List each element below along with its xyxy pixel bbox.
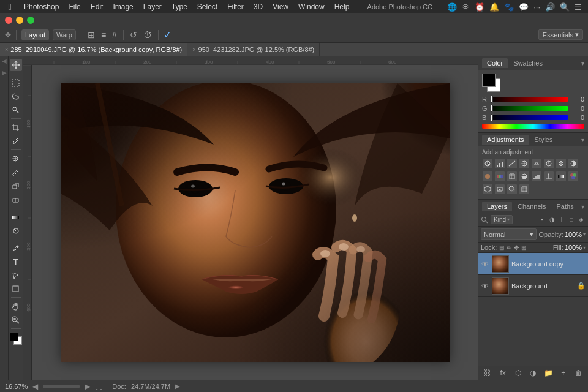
levels-adj[interactable]: [494, 158, 505, 169]
styles-tab[interactable]: Styles: [530, 135, 558, 145]
clock-icon[interactable]: ⏱: [142, 30, 153, 40]
foreground-color-swatch[interactable]: [10, 333, 18, 341]
menu-layer[interactable]: Layer: [139, 1, 166, 12]
zoom-prev-btn[interactable]: ◀: [32, 382, 38, 391]
close-button[interactable]: [5, 17, 12, 24]
posterize-adj[interactable]: [531, 171, 542, 182]
swatches-tab[interactable]: Swatches: [508, 58, 548, 68]
shape-tool[interactable]: [10, 282, 22, 295]
doc-tab-1[interactable]: × 285_2910049.JPG @ 16.7% (Background co…: [0, 43, 187, 56]
type-filter-icon[interactable]: T: [557, 216, 566, 224]
warp-button[interactable]: Warp: [53, 29, 76, 40]
layer-eye-1[interactable]: 👁: [481, 282, 489, 290]
adj-filter-icon[interactable]: ◑: [548, 216, 556, 224]
grid-icon-2[interactable]: ≡: [100, 30, 107, 40]
pattern-adj[interactable]: [519, 184, 530, 195]
eraser-tool[interactable]: [10, 193, 22, 205]
bw-adj[interactable]: [568, 158, 579, 169]
new-group-btn[interactable]: 📁: [543, 368, 553, 378]
zoom-next-btn[interactable]: ▶: [85, 382, 90, 391]
g-slider[interactable]: [491, 106, 568, 111]
menu-edit[interactable]: Edit: [86, 1, 108, 12]
brush-tool[interactable]: [10, 166, 22, 178]
lock-image-icon[interactable]: ✏: [507, 244, 511, 251]
link-layers-btn[interactable]: ⛓: [483, 368, 492, 378]
photo-filter-adj[interactable]: [482, 171, 493, 182]
menu-icon-7[interactable]: ···: [532, 2, 541, 12]
new-layer-btn[interactable]: +: [559, 368, 568, 378]
grid-icon-1[interactable]: ⊞: [86, 30, 96, 40]
fg-bg-color-box[interactable]: [482, 74, 500, 92]
marquee-tool[interactable]: [10, 77, 22, 89]
menu-type[interactable]: Type: [167, 1, 192, 12]
clone-tool[interactable]: [10, 179, 22, 192]
apple-logo[interactable]: : [5, 2, 15, 12]
paths-tab[interactable]: Paths: [552, 202, 579, 211]
type-tool[interactable]: T: [10, 255, 22, 268]
menu-image[interactable]: Image: [108, 1, 137, 12]
menu-filter[interactable]: Filter: [223, 1, 248, 12]
exposure-adj[interactable]: [519, 158, 530, 169]
photo-canvas[interactable]: [61, 83, 450, 362]
threshold-adj[interactable]: [543, 171, 554, 182]
foreground-background-colors[interactable]: [10, 333, 22, 345]
r-slider[interactable]: [491, 97, 568, 102]
nav-icon[interactable]: ⛶: [95, 382, 102, 391]
layers-panel-collapse[interactable]: ▾: [581, 203, 584, 210]
menu-icon-5[interactable]: 🐾: [503, 2, 515, 12]
opacity-value[interactable]: 100%: [565, 231, 582, 238]
spot-heal-tool[interactable]: [10, 153, 22, 165]
menu-help[interactable]: Help: [330, 1, 354, 12]
fg-color-rect[interactable]: [482, 74, 496, 87]
layer-background[interactable]: 👁 Background 🔒: [478, 275, 588, 297]
colorbalance-adj[interactable]: [556, 158, 567, 169]
confirm-icon[interactable]: ✓: [164, 29, 172, 40]
doc-tab-2[interactable]: × 950_4231282.JPG @ 12.5% (RGB/8#): [187, 43, 320, 56]
invert-adj[interactable]: [519, 171, 530, 182]
menu-window[interactable]: Window: [294, 1, 329, 12]
grid-icon-3[interactable]: #: [111, 30, 118, 40]
delete-layer-btn[interactable]: 🗑: [574, 368, 584, 378]
vibrance-adj[interactable]: [531, 158, 542, 169]
essentials-dropdown[interactable]: Essentials ▾: [538, 29, 583, 40]
eyedropper-tool[interactable]: [10, 135, 22, 147]
smart-filter-icon[interactable]: ◈: [577, 216, 586, 224]
layer-eye-0[interactable]: 👁: [481, 260, 489, 268]
pixel-filter-icon[interactable]: ▪: [538, 216, 546, 224]
video-adj[interactable]: [494, 184, 505, 195]
channels-tab[interactable]: Channels: [513, 202, 551, 211]
menu-file[interactable]: File: [64, 1, 85, 12]
lock-artboard-icon[interactable]: ⊞: [521, 244, 526, 251]
pen-tool[interactable]: [10, 242, 22, 254]
zoom-tool[interactable]: [10, 314, 22, 326]
color-tab[interactable]: Color: [482, 58, 508, 68]
undo-icon[interactable]: ↺: [129, 30, 138, 40]
crop-tool[interactable]: [10, 121, 22, 134]
blend-mode-dropdown[interactable]: Normal ▾: [481, 228, 537, 240]
fill-value[interactable]: 100%: [565, 244, 582, 251]
menu-icon-6[interactable]: 💬: [518, 2, 530, 12]
add-style-btn[interactable]: fx: [498, 368, 508, 378]
channel-mix-adj[interactable]: [494, 171, 505, 182]
shadow-adj[interactable]: [507, 184, 518, 195]
lasso-tool[interactable]: [10, 90, 22, 102]
menu-icon-8[interactable]: 🔊: [544, 2, 556, 12]
menu-icon-3[interactable]: ⏰: [473, 2, 486, 12]
menu-3d[interactable]: 3D: [249, 1, 267, 12]
gradient-map-adj[interactable]: [556, 171, 567, 182]
brightness-adj[interactable]: [482, 158, 493, 169]
zoom-slider[interactable]: [43, 385, 80, 388]
layers-tab[interactable]: Layers: [482, 202, 512, 211]
status-expand-btn[interactable]: ▶: [175, 383, 180, 390]
adj-panel-collapse[interactable]: ▾: [581, 137, 584, 143]
color-panel-collapse[interactable]: ▾: [581, 60, 584, 67]
doc-tab-2-close[interactable]: ×: [192, 47, 195, 53]
menu-icon-10[interactable]: ☰: [573, 2, 583, 12]
menu-select[interactable]: Select: [193, 1, 222, 12]
curves-adj[interactable]: [507, 158, 518, 169]
doc-tab-1-close[interactable]: ×: [5, 47, 8, 53]
menu-icon-9[interactable]: 🔍: [559, 2, 571, 12]
move-tool-icon[interactable]: ✥: [5, 31, 11, 39]
menu-icon-4[interactable]: 🔔: [488, 2, 500, 12]
quick-select-tool[interactable]: [10, 104, 22, 116]
